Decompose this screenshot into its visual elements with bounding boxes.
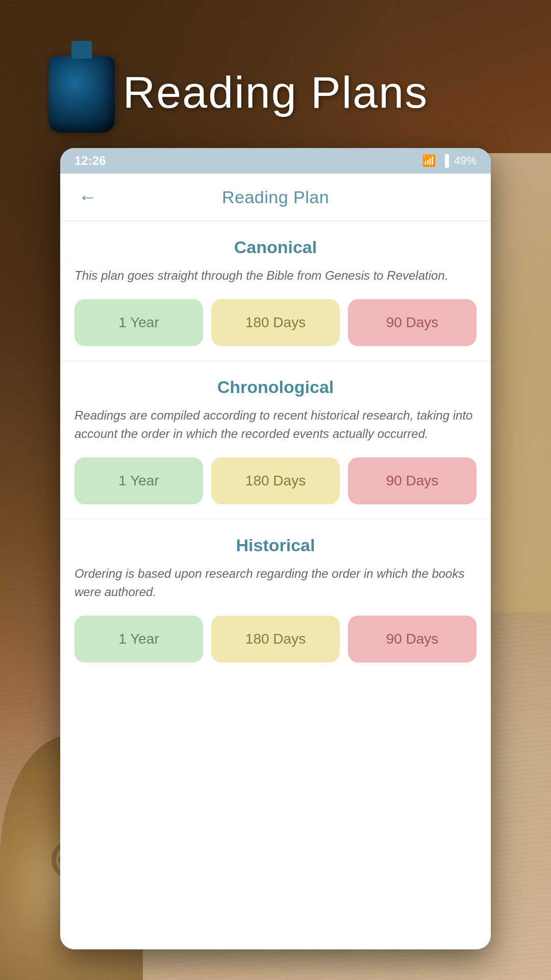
status-time: 12:26 [74,154,106,168]
plan-btn-canonical-green[interactable]: 1 Year [74,299,203,346]
plan-section-historical: HistoricalOrdering is based upon researc… [60,519,491,677]
plan-btn-historical-green[interactable]: 1 Year [74,616,203,663]
content-area: CanonicalThis plan goes straight through… [60,221,491,949]
plan-btn-chronological-red[interactable]: 90 Days [348,457,477,504]
plan-section-chronological: ChronologicalReadings are compiled accor… [60,361,491,519]
nav-header: ← Reading Plan [60,174,491,221]
plan-section-canonical: CanonicalThis plan goes straight through… [60,221,491,361]
nav-title: Reading Plan [101,187,450,207]
status-icons: 📶 ▐ 49% [422,154,477,167]
back-button[interactable]: ← [74,184,101,210]
plan-btn-chronological-green[interactable]: 1 Year [74,457,203,504]
battery-indicator: 49% [454,154,477,167]
plan-btn-historical-red[interactable]: 90 Days [348,616,477,663]
plan-buttons-canonical: 1 Year180 Days90 Days [74,299,477,346]
plan-desc-historical: Ordering is based upon research regardin… [74,565,477,601]
phone-frame: 12:26 📶 ▐ 49% ← Reading Plan CanonicalTh… [60,148,491,949]
plan-btn-canonical-yellow[interactable]: 180 Days [211,299,340,346]
wifi-icon: 📶 [422,154,436,167]
plan-desc-chronological: Readings are compiled according to recen… [74,406,477,443]
plan-title-canonical: Canonical [74,237,477,257]
page-title: Reading Plans [0,66,551,118]
plan-buttons-historical: 1 Year180 Days90 Days [74,616,477,663]
plan-title-historical: Historical [74,535,477,555]
plan-title-chronological: Chronological [74,377,477,397]
plan-btn-canonical-red[interactable]: 90 Days [348,299,477,346]
plan-btn-historical-yellow[interactable]: 180 Days [211,616,340,663]
plan-btn-chronological-yellow[interactable]: 180 Days [211,457,340,504]
plan-buttons-chronological: 1 Year180 Days90 Days [74,457,477,504]
plan-desc-canonical: This plan goes straight through the Bibl… [74,266,477,285]
signal-icon: ▐ [441,154,449,167]
status-bar: 12:26 📶 ▐ 49% [60,148,491,174]
